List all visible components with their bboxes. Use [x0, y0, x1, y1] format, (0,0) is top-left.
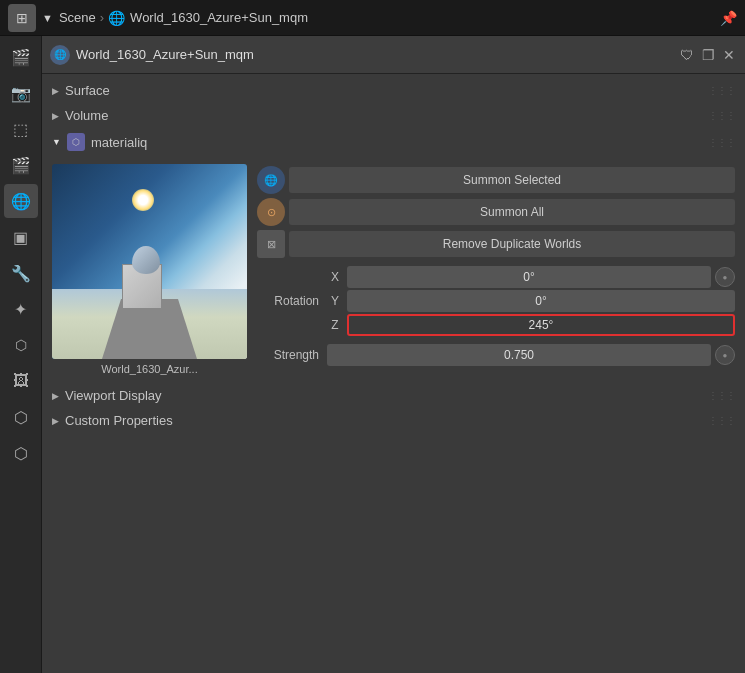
shield-icon[interactable]: 🛡 — [678, 45, 696, 65]
drag-handle-custom: ⋮⋮⋮ — [708, 415, 735, 426]
summon-all-button[interactable]: Summon All — [289, 199, 735, 225]
strength-value[interactable]: 0.750 — [327, 344, 711, 366]
sidebar-icon-viewlayer[interactable]: ⬚ — [4, 112, 38, 146]
summon-selected-row: 🌐 Summon Selected — [257, 166, 735, 194]
drag-handle-materialiq: ⋮⋮⋮ — [708, 137, 735, 148]
summon-all-icon: ⊙ — [257, 198, 285, 226]
strength-sub-row: 0.750 ● — [327, 344, 735, 366]
rotation-z-row: Z 245° — [327, 314, 735, 336]
properties-title: World_1630_Azure+Sun_mqm — [76, 47, 672, 62]
strength-dot[interactable]: ● — [715, 345, 735, 365]
drag-handle-surface: ⋮⋮⋮ — [708, 85, 735, 96]
section-volume-label: Volume — [65, 108, 108, 123]
triangle-volume: ▶ — [52, 111, 59, 121]
rotation-z-value[interactable]: 245° — [347, 314, 735, 336]
sections: ▶ Surface ⋮⋮⋮ ▶ Volume ⋮⋮⋮ ▼ ⬡ materiali… — [42, 74, 745, 673]
materialiq-label: materialiq — [91, 135, 147, 150]
sidebar-icon-object[interactable]: ▣ — [4, 220, 38, 254]
preview-label: World_1630_Azur... — [52, 363, 247, 375]
sidebar-icon-texture[interactable]: 🖼 — [4, 364, 38, 398]
strength-label: Strength — [257, 348, 327, 362]
breadcrumb-sep: › — [100, 10, 104, 25]
triangle-custom: ▶ — [52, 416, 59, 426]
content: 🌐 World_1630_Azure+Sun_mqm 🛡 ❐ ✕ ▶ Surfa… — [42, 36, 745, 673]
sidebar-icon-render[interactable]: 🎬 — [4, 40, 38, 74]
sidebar-icon-modifier[interactable]: 🔧 — [4, 256, 38, 290]
sidebar-icon-extra[interactable]: ⬡ — [4, 436, 38, 470]
triangle-materialiq: ▼ — [52, 137, 61, 147]
rotation-y-row: Y 0° — [327, 290, 735, 312]
world-icon-small: 🌐 — [50, 45, 70, 65]
drag-handle-volume: ⋮⋮⋮ — [708, 110, 735, 121]
summon-selected-icon: 🌐 — [257, 166, 285, 194]
breadcrumb: Scene › 🌐 World_1630_Azure+Sun_mqm — [59, 10, 308, 26]
controls-panel: 🌐 Summon Selected ⊙ Summon All ⊠ Remove … — [257, 164, 735, 375]
copy-icon[interactable]: ❐ — [700, 45, 717, 65]
rotation-y-value[interactable]: 0° — [347, 290, 735, 312]
section-surface[interactable]: ▶ Surface ⋮⋮⋮ — [42, 78, 745, 103]
sidebar-icon-particles[interactable]: ✦ — [4, 292, 38, 326]
pin-icon[interactable]: 📌 — [720, 10, 737, 26]
section-custom-properties[interactable]: ▶ Custom Properties ⋮⋮⋮ — [42, 408, 745, 433]
rotation-values: X 0° ● Y 0° — [327, 266, 735, 336]
main-layout: 🎬 📷 ⬚ 🎬 🌐 ▣ 🔧 ✦ ⬡ 🖼 ⬡ ⬡ 🌐 World_1630_Azu… — [0, 36, 745, 673]
rotation-x-dot[interactable]: ● — [715, 267, 735, 287]
workspace-icon[interactable]: ⊞ — [8, 4, 36, 32]
sidebar-icon-world[interactable]: 🌐 — [4, 184, 38, 218]
sidebar-icon-scene[interactable]: 🎬 — [4, 148, 38, 182]
workspace-dropdown[interactable]: ▼ — [42, 12, 53, 24]
section-surface-label: Surface — [65, 83, 110, 98]
axis-z-label: Z — [327, 318, 343, 332]
triangle-surface: ▶ — [52, 86, 59, 96]
remove-duplicate-button[interactable]: Remove Duplicate Worlds — [289, 231, 735, 257]
preview-image — [52, 164, 247, 359]
materialiq-header[interactable]: ▼ ⬡ materialiq ⋮⋮⋮ — [42, 128, 745, 156]
sidebar: 🎬 📷 ⬚ 🎬 🌐 ▣ 🔧 ✦ ⬡ 🖼 ⬡ ⬡ — [0, 36, 42, 673]
close-icon[interactable]: ✕ — [721, 45, 737, 65]
sun-effect — [132, 189, 154, 211]
sidebar-icon-output[interactable]: 📷 — [4, 76, 38, 110]
axis-y-label: Y — [327, 294, 343, 308]
header-icons: 🛡 ❐ ✕ — [678, 45, 737, 65]
drag-handle-viewport: ⋮⋮⋮ — [708, 390, 735, 401]
strength-values: 0.750 ● — [327, 344, 735, 366]
section-viewport-label: Viewport Display — [65, 388, 162, 403]
rotation-label: Rotation — [257, 294, 327, 308]
materialiq-icon: ⬡ — [67, 133, 85, 151]
dome-object — [132, 246, 160, 274]
preview-box: World_1630_Azur... — [52, 164, 247, 375]
materialiq-section: ▼ ⬡ materialiq ⋮⋮⋮ — [42, 128, 745, 383]
rotation-x-row: X 0° ● — [327, 266, 735, 288]
section-custom-label: Custom Properties — [65, 413, 173, 428]
section-volume[interactable]: ▶ Volume ⋮⋮⋮ — [42, 103, 745, 128]
rotation-section: Rotation X 0° ● — [257, 266, 735, 338]
sidebar-icon-compositing[interactable]: ⬡ — [4, 400, 38, 434]
axis-x-label: X — [327, 270, 343, 284]
breadcrumb-scene[interactable]: Scene — [59, 10, 96, 25]
sidebar-icon-material[interactable]: ⬡ — [4, 328, 38, 362]
rotation-x-value[interactable]: 0° — [347, 266, 711, 288]
properties-header: 🌐 World_1630_Azure+Sun_mqm 🛡 ❐ ✕ — [42, 36, 745, 74]
rotation-field-row: Rotation X 0° ● — [257, 266, 735, 336]
section-viewport-display[interactable]: ▶ Viewport Display ⋮⋮⋮ — [42, 383, 745, 408]
summon-selected-button[interactable]: Summon Selected — [289, 167, 735, 193]
remove-duplicate-row: ⊠ Remove Duplicate Worlds — [257, 230, 735, 258]
triangle-viewport: ▶ — [52, 391, 59, 401]
summon-all-row: ⊙ Summon All — [257, 198, 735, 226]
top-bar: ⊞ ▼ Scene › 🌐 World_1630_Azure+Sun_mqm 📌 — [0, 0, 745, 36]
materialiq-content: World_1630_Azur... 🌐 Summon Selected ⊙ S… — [42, 156, 745, 383]
breadcrumb-world[interactable]: 🌐 World_1630_Azure+Sun_mqm — [108, 10, 308, 26]
strength-row: Strength 0.750 ● — [257, 344, 735, 366]
remove-duplicate-icon: ⊠ — [257, 230, 285, 258]
